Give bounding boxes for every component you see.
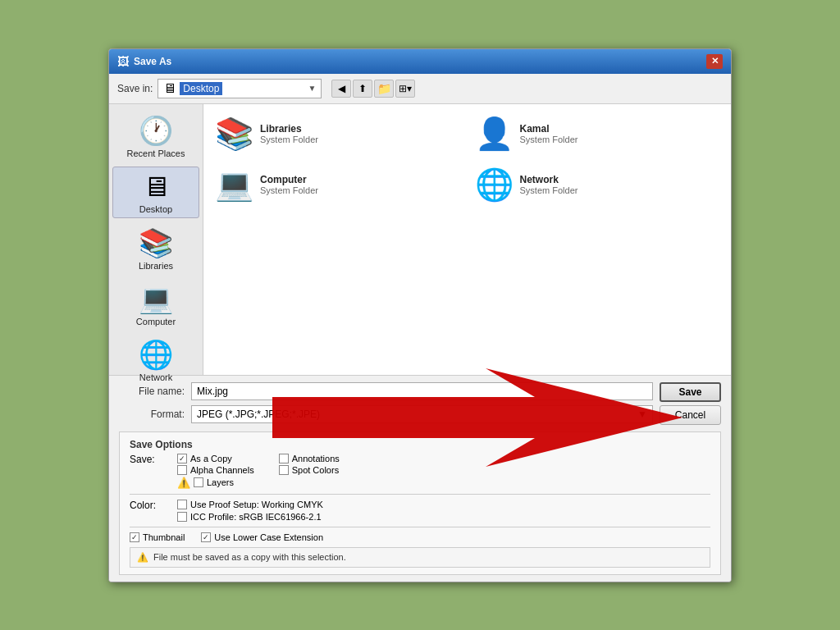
format-row: Format: JPEG (*.JPG;*.JPEG;*.JPE) ▼ (119, 405, 653, 423)
option-spot-colors: Spot Colors (279, 465, 356, 475)
annotations-checkbox[interactable] (279, 454, 289, 463)
save-button[interactable]: Save (660, 382, 721, 402)
spot-colors-label: Spot Colors (292, 465, 339, 475)
option-annotations: Annotations (279, 454, 356, 463)
save-in-combo[interactable]: 🖥 Desktop ▼ (158, 79, 322, 98)
as-a-copy-label: As a Copy (190, 454, 232, 463)
save-in-label: Save in: (117, 83, 153, 94)
folder-icon: 🖥 (163, 81, 176, 96)
warning-bar-text: File must be saved as a copy with this s… (153, 552, 346, 562)
option-layers: ⚠️ Layers (177, 477, 254, 489)
libraries-icon: 📚 (139, 226, 173, 259)
annotations-label: Annotations (292, 454, 340, 463)
toolbar-buttons: ◀ ⬆ 📁 ⊞▾ (331, 80, 415, 98)
save-options-title: Save Options (130, 439, 710, 450)
alpha-channels-label: Alpha Channels (190, 465, 254, 475)
new-folder-button[interactable]: 📁 (374, 80, 394, 98)
lower-case-label: Use Lower Case Extension (214, 532, 323, 542)
sidebar-item-desktop-label: Desktop (139, 204, 172, 214)
file-item-kamal-info: Kamal System Folder (520, 123, 578, 144)
alpha-channels-checkbox[interactable] (177, 465, 187, 475)
file-item-kamal-type: System Folder (520, 135, 578, 144)
title-icon: 🖼 (117, 55, 129, 68)
bottom-area: File name: Format: JPEG (*.JPG;*.JPEG;*.… (109, 375, 731, 582)
warning-bar-icon: ⚠️ (137, 552, 148, 563)
file-item-computer-name: Computer (260, 174, 318, 185)
toolbar: Save in: 🖥 Desktop ▼ ◀ ⬆ 📁 ⊞▾ (109, 74, 731, 104)
option-thumbnail: Thumbnail (130, 532, 185, 542)
layers-label: Layers (207, 477, 234, 487)
bottom-checks: Thumbnail Use Lower Case Extension (130, 532, 710, 542)
close-button[interactable]: ✕ (706, 54, 723, 69)
option-as-a-copy: As a Copy (177, 454, 254, 463)
thumbnail-checkbox[interactable] (130, 532, 139, 542)
color-section: Color: Use Proof Setup: Working CMYK ICC… (130, 500, 710, 522)
filename-input[interactable] (191, 382, 653, 400)
file-list: 📚 Libraries System Folder 👤 Kamal System… (203, 104, 731, 375)
option-alpha-channels: Alpha Channels (177, 465, 254, 475)
sidebar-item-network[interactable]: 🌐 Network (112, 335, 199, 386)
save-as-dialog: 🖼 Save As ✕ Save in: 🖥 Desktop ▼ ◀ ⬆ 📁 ⊞… (108, 48, 732, 582)
sidebar: 🕐 Recent Places 🖥 Desktop 📚 Libraries 💻 … (109, 104, 203, 375)
sidebar-item-recent-places-label: Recent Places (127, 148, 185, 158)
as-a-copy-checkbox[interactable] (177, 454, 187, 463)
sidebar-item-computer-label: Computer (136, 317, 176, 326)
filename-label: File name: (119, 386, 185, 397)
save-options-panel: Save Options Save: As a Copy Annotations (119, 431, 721, 575)
color-options: Use Proof Setup: Working CMYK ICC Profil… (177, 500, 323, 522)
combo-arrow-icon: ▼ (308, 84, 316, 93)
file-item-libraries[interactable]: 📚 Libraries System Folder (212, 112, 463, 155)
cancel-button[interactable]: Cancel (660, 405, 721, 425)
filename-row: File name: (119, 382, 653, 400)
option-icc-profile: ICC Profile: sRGB IEC61966-2.1 (177, 512, 323, 522)
divider-1 (130, 494, 710, 495)
file-item-libraries-type: System Folder (260, 135, 318, 144)
file-item-kamal[interactable]: 👤 Kamal System Folder (472, 112, 724, 155)
sidebar-item-libraries[interactable]: 📚 Libraries (112, 223, 199, 274)
thumbnail-label: Thumbnail (143, 532, 185, 542)
save-checkboxes: As a Copy Annotations Alpha Channels (177, 454, 355, 489)
file-item-kamal-name: Kamal (520, 123, 578, 135)
file-item-computer-info: Computer System Folder (260, 174, 318, 195)
icc-profile-checkbox[interactable] (177, 512, 187, 522)
use-proof-label: Use Proof Setup: Working CMYK (190, 500, 323, 509)
file-item-libraries-name: Libraries (260, 123, 318, 135)
icc-profile-label: ICC Profile: sRGB IEC61966-2.1 (190, 512, 322, 522)
use-proof-checkbox[interactable] (177, 500, 187, 509)
dialog-title: Save As (134, 56, 171, 67)
file-item-network-info: Network System Folder (520, 174, 578, 195)
up-button[interactable]: ⬆ (353, 80, 372, 98)
fields-area: File name: Format: JPEG (*.JPG;*.JPEG;*.… (119, 382, 653, 428)
option-use-proof: Use Proof Setup: Working CMYK (177, 500, 323, 509)
sidebar-item-network-label: Network (139, 372, 172, 382)
back-button[interactable]: ◀ (331, 80, 351, 98)
format-combo[interactable]: JPEG (*.JPG;*.JPEG;*.JPE) ▼ (191, 405, 653, 423)
file-item-network[interactable]: 🌐 Network System Folder (472, 163, 724, 206)
sidebar-item-recent-places[interactable]: 🕐 Recent Places (112, 111, 199, 162)
save-label: Save: (130, 454, 171, 465)
file-item-libraries-info: Libraries System Folder (260, 123, 318, 144)
sidebar-item-computer[interactable]: 💻 Computer (112, 279, 199, 330)
color-label: Color: (130, 500, 171, 511)
save-label-row: Save: As a Copy Annotations (130, 454, 710, 489)
title-bar-left: 🖼 Save As (117, 55, 171, 68)
layers-checkbox[interactable] (194, 477, 203, 487)
file-kamal-icon: 👤 (475, 116, 514, 152)
sidebar-item-desktop[interactable]: 🖥 Desktop (112, 167, 199, 218)
file-libraries-icon: 📚 (215, 116, 253, 152)
file-item-computer[interactable]: 💻 Computer System Folder (212, 163, 463, 206)
file-computer-icon: 💻 (215, 167, 253, 203)
network-icon: 🌐 (139, 338, 173, 371)
sidebar-item-libraries-label: Libraries (139, 261, 173, 271)
format-value: JPEG (*.JPG;*.JPEG;*.JPE) (197, 409, 320, 420)
lower-case-checkbox[interactable] (201, 532, 211, 542)
options-grid: As a Copy Annotations Alpha Channels (177, 454, 355, 489)
computer-icon: 💻 (139, 282, 173, 315)
file-network-icon: 🌐 (475, 167, 514, 203)
divider-2 (130, 527, 710, 527)
option-lower-case: Use Lower Case Extension (201, 532, 323, 542)
view-button[interactable]: ⊞▾ (395, 80, 415, 98)
file-item-network-name: Network (520, 174, 578, 185)
spot-colors-checkbox[interactable] (279, 465, 289, 475)
warning-icon: ⚠️ (177, 477, 190, 489)
